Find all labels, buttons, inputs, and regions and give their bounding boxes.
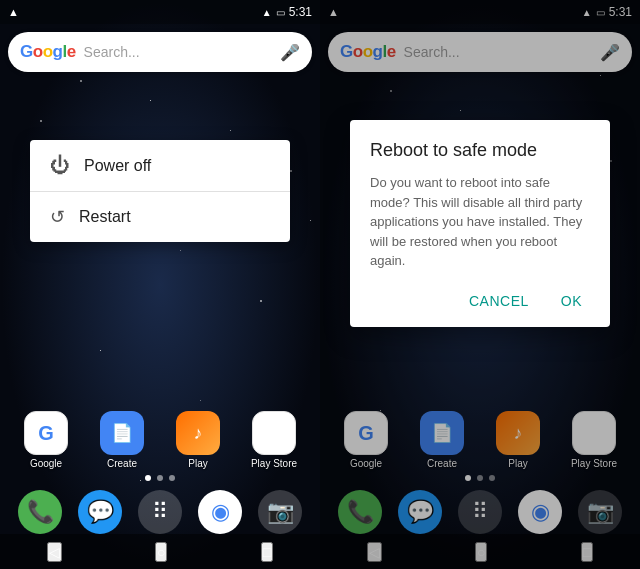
- restart-icon: ↺: [50, 206, 65, 228]
- play-store-app-icon: ▶: [252, 411, 296, 455]
- search-bar-left[interactable]: Google Search... 🎤: [8, 32, 312, 72]
- create-app-label: Create: [107, 458, 137, 469]
- recent-button-left[interactable]: □: [261, 542, 273, 562]
- restart-button[interactable]: ↺ Restart: [30, 191, 290, 242]
- battery-icon: ▭: [276, 7, 285, 18]
- play-app-label: Play: [188, 458, 207, 469]
- right-phone-screen: ▲ ▲ ▭ 5:31 Google Search... 🎤 Reboot to …: [320, 0, 640, 569]
- ok-button[interactable]: OK: [553, 287, 590, 315]
- dock-left: 📞 💬 ⠿ ◉ 📷: [0, 490, 320, 534]
- power-off-label: Power off: [84, 157, 151, 175]
- wifi-icon: ▲: [262, 7, 272, 18]
- status-bar-left: ▲ ▲ ▭ 5:31: [0, 0, 320, 24]
- power-off-icon: ⏻: [50, 154, 70, 177]
- play-store-app-label: Play Store: [251, 458, 297, 469]
- dock-messages[interactable]: 💬: [78, 490, 122, 534]
- google-logo-left: Google: [20, 42, 76, 62]
- power-off-button[interactable]: ⏻ Power off: [30, 140, 290, 191]
- stars-bg: [0, 0, 320, 569]
- dot-3-left: [169, 475, 175, 481]
- dialog-overlay: Reboot to safe mode Do you want to reboo…: [320, 0, 640, 569]
- safe-mode-dialog: Reboot to safe mode Do you want to reboo…: [350, 120, 610, 327]
- mic-icon-left[interactable]: 🎤: [280, 43, 300, 62]
- dialog-title: Reboot to safe mode: [370, 140, 590, 161]
- google-app-label: Google: [30, 458, 62, 469]
- dock-chrome[interactable]: ◉: [198, 490, 242, 534]
- app-play-store[interactable]: ▶ Play Store: [244, 411, 304, 469]
- dock-apps[interactable]: ⠿: [138, 490, 182, 534]
- search-placeholder-left: Search...: [84, 44, 280, 60]
- time-display-left: 5:31: [289, 5, 312, 19]
- back-button-left[interactable]: ◁: [47, 542, 62, 562]
- cancel-button[interactable]: CANCEL: [461, 287, 537, 315]
- dock-phone[interactable]: 📞: [18, 490, 62, 534]
- page-dots-left: [0, 475, 320, 481]
- nav-bar-left: ◁ ○ □: [0, 534, 320, 569]
- left-phone-screen: ▲ ▲ ▭ 5:31 Google Search... 🎤 ⏻ Power of…: [0, 0, 320, 569]
- dot-1-left: [145, 475, 151, 481]
- app-row-left: G Google 📄 Create ♪ Play ▶ Play Store: [0, 411, 320, 469]
- app-google[interactable]: G Google: [16, 411, 76, 469]
- dock-camera[interactable]: 📷: [258, 490, 302, 534]
- dialog-buttons: CANCEL OK: [370, 287, 590, 315]
- restart-label: Restart: [79, 208, 131, 226]
- dot-2-left: [157, 475, 163, 481]
- power-menu: ⏻ Power off ↺ Restart: [30, 140, 290, 242]
- signal-icon: ▲: [8, 6, 19, 18]
- dialog-message: Do you want to reboot into safe mode? Th…: [370, 173, 590, 271]
- play-app-icon: ♪: [176, 411, 220, 455]
- create-app-icon: 📄: [100, 411, 144, 455]
- app-create[interactable]: 📄 Create: [92, 411, 152, 469]
- status-icons-left: ▲: [8, 6, 19, 18]
- app-play[interactable]: ♪ Play: [168, 411, 228, 469]
- status-time-left: ▲ ▭ 5:31: [262, 5, 312, 19]
- home-button-left[interactable]: ○: [155, 542, 167, 562]
- google-app-icon: G: [24, 411, 68, 455]
